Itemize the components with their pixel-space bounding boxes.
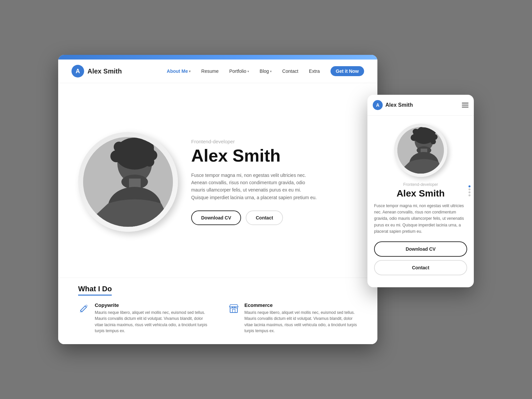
- mobile-contact-button[interactable]: Contact: [374, 260, 467, 275]
- nav-link-contact[interactable]: Contact: [282, 68, 298, 74]
- mobile-hero-section: Frontend-developer Alex Smith Fusce temp…: [367, 116, 474, 287]
- mobile-logo-circle: A: [373, 100, 383, 110]
- scroll-indicator: [468, 186, 470, 197]
- hamburger-line-1: [462, 103, 468, 103]
- hero-section: Frontend-developer Alex Smith Fusce temp…: [58, 83, 377, 278]
- hero-name: Alex Smith: [191, 146, 357, 165]
- chevron-down-icon-blog: ▾: [270, 69, 272, 73]
- service-item-ecommerce: Ecommerce Mauris neque libero, aliquet v…: [228, 302, 357, 334]
- service-name-ecommerce: Ecommerce: [244, 302, 357, 308]
- logo-name-bold: Alex: [87, 67, 101, 75]
- mobile-window: A Alex Smith: [367, 95, 474, 287]
- mobile-navbar: A Alex Smith: [367, 95, 474, 116]
- avatar-wrapper: [78, 132, 178, 232]
- nav-label-blog: Blog: [260, 68, 269, 74]
- service-text-copywrite: Copywrite Mauris neque libero, aliquet v…: [95, 302, 208, 334]
- mobile-avatar-image: [397, 127, 444, 174]
- service-name-copywrite: Copywrite: [95, 302, 208, 308]
- mobile-avatar-inner: [397, 127, 444, 174]
- nav-link-about[interactable]: About Me ▾: [167, 68, 191, 74]
- nav-link-blog[interactable]: Blog ▾: [260, 68, 272, 74]
- mobile-hero-description: Fusce tempor magna mi, non egestas velit…: [374, 203, 467, 235]
- mobile-hero-role: Frontend-developer: [374, 182, 467, 187]
- service-text-ecommerce: Ecommerce Mauris neque libero, aliquet v…: [244, 302, 357, 334]
- nav-link-extra[interactable]: Extra: [309, 68, 320, 74]
- service-item-copywrite: Copywrite Mauris neque libero, aliquet v…: [78, 302, 208, 334]
- navbar: A Alex Smith About Me ▾ Resume Portfolio…: [58, 60, 377, 83]
- mobile-avatar-wrapper: [394, 124, 447, 177]
- svg-rect-15: [232, 309, 235, 313]
- hero-description: Fusce tempor magna mi, non egestas velit…: [191, 172, 318, 201]
- pencil-icon: [78, 302, 90, 314]
- nav-label-get: Get it Now: [336, 68, 359, 74]
- mobile-logo-regular: Smith: [397, 102, 413, 108]
- mobile-buttons: Download CV Contact: [374, 241, 467, 282]
- nav-label-resume: Resume: [201, 68, 218, 74]
- contact-button[interactable]: Contact: [246, 210, 283, 225]
- window-header-bar: [58, 55, 377, 60]
- chevron-down-icon-portfolio: ▾: [247, 69, 249, 73]
- svg-point-20: [411, 134, 417, 141]
- section-title-what-i-do: What I Do: [78, 285, 112, 296]
- scroll-dot-2: [468, 189, 470, 191]
- svg-point-22: [418, 127, 425, 134]
- svg-point-6: [124, 138, 136, 150]
- nav-label-about: About Me: [167, 68, 188, 74]
- logo-circle: A: [71, 65, 84, 77]
- chevron-down-icon: ▾: [189, 69, 191, 73]
- svg-rect-14: [230, 308, 237, 313]
- mobile-hero-name: Alex Smith: [374, 188, 467, 199]
- hero-role: Frontend-developer: [191, 139, 357, 144]
- hamburger-line-3: [462, 107, 468, 107]
- mobile-logo-letter: A: [376, 102, 379, 108]
- logo-text[interactable]: Alex Smith: [87, 67, 122, 75]
- services-grid: Copywrite Mauris neque libero, aliquet v…: [78, 302, 357, 334]
- service-desc-ecommerce: Mauris neque libero, aliquet vel mollis …: [244, 310, 357, 334]
- avatar-inner: [83, 137, 173, 227]
- svg-point-21: [413, 129, 419, 135]
- nav-get-it-now-button[interactable]: Get it Now: [331, 66, 364, 76]
- svg-point-10: [145, 157, 154, 167]
- scroll-dot-4: [468, 195, 470, 197]
- mobile-download-cv-button[interactable]: Download CV: [374, 241, 467, 257]
- what-i-do-section: What I Do Copywrite Mauris neque libero,…: [58, 278, 377, 344]
- svg-point-25: [432, 134, 438, 140]
- mobile-logo-text[interactable]: Alex Smith: [385, 102, 413, 108]
- hero-buttons: Download CV Contact: [191, 210, 357, 225]
- svg-point-5: [114, 142, 124, 152]
- logo-name-regular: Smith: [101, 67, 122, 75]
- avatar-image: [83, 137, 173, 227]
- store-icon: [228, 302, 240, 314]
- download-cv-button[interactable]: Download CV: [191, 210, 241, 225]
- nav-label-contact: Contact: [282, 68, 298, 74]
- scroll-dot-1: [468, 186, 470, 188]
- nav-label-portfolio: Portfolio: [229, 68, 246, 74]
- hero-content: Frontend-developer Alex Smith Fusce temp…: [191, 139, 357, 225]
- nav-links: About Me ▾ Resume Portfolio ▾ Blog ▾ Con…: [167, 66, 364, 76]
- nav-link-portfolio[interactable]: Portfolio ▾: [229, 68, 249, 74]
- scroll-dot-3: [468, 192, 470, 194]
- hamburger-line-2: [462, 105, 468, 105]
- nav-label-extra: Extra: [309, 68, 320, 74]
- nav-link-resume[interactable]: Resume: [201, 68, 218, 74]
- scene-container: A Alex Smith About Me ▾ Resume Portfolio…: [58, 55, 474, 344]
- service-desc-copywrite: Mauris neque libero, aliquet vel mollis …: [95, 310, 208, 334]
- desktop-window: A Alex Smith About Me ▾ Resume Portfolio…: [58, 55, 377, 344]
- svg-point-26: [431, 139, 436, 144]
- mobile-logo-bold: Alex: [385, 102, 397, 108]
- svg-point-4: [110, 150, 122, 162]
- logo-letter: A: [76, 68, 80, 75]
- hamburger-menu-button[interactable]: [462, 103, 468, 107]
